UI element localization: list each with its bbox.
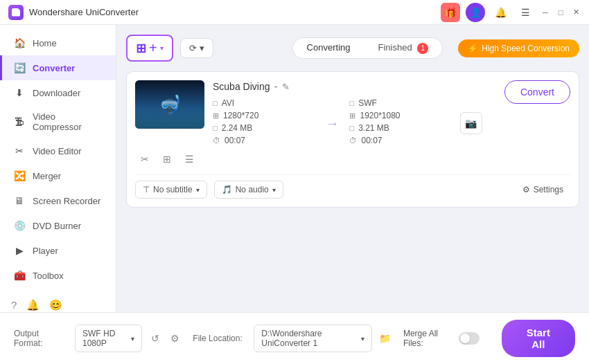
lightning-icon: ⚡ <box>468 44 478 53</box>
main-toolbar: ⊞ + ▾ ⟳ ▾ Converting Finished 1 ⚡ High S… <box>126 35 579 62</box>
merge-label: Merge All Files: <box>403 329 453 348</box>
gift-icon[interactable]: 🎁 <box>441 3 460 22</box>
source-format: □ AVI ⊞ 1280*720 □ 2.24 MB <box>213 98 315 148</box>
audio-chevron: ▾ <box>272 186 276 194</box>
close-button[interactable]: ✕ <box>571 8 581 17</box>
sidebar-item-merger[interactable]: 🔀 Merger <box>0 163 116 188</box>
format-arrow: → <box>315 116 349 131</box>
file-location-label: File Location: <box>193 334 248 343</box>
file-info: Scuba Diving - ✎ □ AVI ⊞ <box>213 80 491 148</box>
sidebar-label-merger: Merger <box>33 171 61 181</box>
duration-icon: ⏱ <box>213 136 220 145</box>
sidebar-item-home[interactable]: 🏠 Home <box>0 30 116 55</box>
menu-icon[interactable]: ☰ <box>516 3 535 22</box>
source-duration-row: ⏱ 00:07 <box>213 136 315 145</box>
sidebar-item-player[interactable]: ▶ Player <box>0 238 116 263</box>
high-speed-btn[interactable]: ⚡ High Speed Conversion <box>458 39 579 57</box>
target-duration: 00:07 <box>361 136 382 145</box>
convert-from-icon: ⟳ <box>189 43 197 53</box>
file-thumbnail: 🤿 <box>135 80 204 129</box>
file-location-value: D:\Wondershare UniConverter 1 <box>261 329 357 348</box>
player-icon: ▶ <box>13 244 26 257</box>
merge-toggle-switch[interactable] <box>459 332 480 345</box>
source-size: 2.24 MB <box>222 123 253 133</box>
toolbox-icon: 🧰 <box>13 269 26 282</box>
size-icon: □ <box>213 124 218 132</box>
sidebar-item-dvd-burner[interactable]: 💿 DVD Burner <box>0 213 116 238</box>
audio-label: No audio <box>236 185 269 194</box>
sidebar-item-converter[interactable]: 🔄 Converter <box>0 55 116 80</box>
arrow-right-icon: → <box>325 116 339 131</box>
notification-icon[interactable]: 🔔 <box>26 299 39 311</box>
edit-name-icon[interactable]: ✎ <box>282 82 290 92</box>
audio-selector[interactable]: 🎵 No audio ▾ <box>214 181 283 199</box>
settings-icon[interactable]: ⚙ <box>168 329 182 347</box>
feedback-icon[interactable]: 😊 <box>49 299 62 311</box>
file-card-top: 🤿 Scuba Diving - ✎ □ <box>135 80 570 148</box>
help-icon[interactable]: ? <box>11 299 17 311</box>
tab-finished[interactable]: Finished 1 <box>364 38 442 58</box>
sidebar-label-downloader: Downloader <box>33 88 80 98</box>
sidebar-label-editor: Video Editor <box>33 146 82 156</box>
sidebar-bottom-icons: ? 🔔 😊 <box>0 288 116 312</box>
user-icon[interactable]: 👤 <box>466 3 485 22</box>
tab-group: Converting Finished 1 <box>292 37 443 59</box>
file-name: Scuba Diving <box>213 81 270 92</box>
bell-icon[interactable]: 🔔 <box>491 3 510 22</box>
output-format-value: SWF HD 1080P <box>82 329 128 348</box>
merge-all-files: Merge All Files: <box>403 329 480 348</box>
source-size-row: □ 2.24 MB <box>213 123 315 133</box>
titlebar: Wondershare UniConverter 🎁 👤 🔔 ☰ ─ □ ✕ <box>0 0 589 25</box>
sidebar-item-toolbox[interactable]: 🧰 Toolbox <box>0 263 116 288</box>
folder-icon[interactable]: 📁 <box>378 329 392 347</box>
cut-icon[interactable]: ✂ <box>135 149 155 169</box>
output-format-label: Output Format: <box>14 329 69 348</box>
maximize-button[interactable]: □ <box>556 8 565 17</box>
tab-converting[interactable]: Converting <box>293 38 364 58</box>
sidebar-item-video-compressor[interactable]: 🗜 Video Compressor <box>0 105 116 138</box>
subtitle-selector[interactable]: ⊤ No subtitle ▾ <box>135 181 207 199</box>
screen-recorder-icon: 🖥 <box>13 194 26 207</box>
main-layout: 🏠 Home 🔄 Converter ⬇ Downloader 🗜 Video … <box>0 25 589 312</box>
app-logo <box>8 5 24 20</box>
refresh-icon[interactable]: ↺ <box>148 329 162 347</box>
convert-button[interactable]: Convert <box>504 80 570 104</box>
window-controls: 🎁 👤 🔔 ☰ ─ □ ✕ <box>441 3 581 22</box>
settings-button[interactable]: ⚙ Settings <box>516 181 570 198</box>
start-all-button[interactable]: Start All <box>502 320 575 357</box>
convert-from-button[interactable]: ⟳ ▾ <box>180 38 213 58</box>
snapshot-icon[interactable]: 📷 <box>460 112 482 134</box>
merger-icon: 🔀 <box>13 170 26 182</box>
target-size-row: □ 3.21 MB <box>349 123 451 133</box>
format-chevron: ▾ <box>131 335 134 343</box>
add-btn-text: + <box>149 40 157 56</box>
settings-gear-icon: ⚙ <box>522 185 530 194</box>
editor-icon: ✂ <box>13 145 26 157</box>
resolution-icon: ⊞ <box>213 111 219 120</box>
sidebar: 🏠 Home 🔄 Converter ⬇ Downloader 🗜 Video … <box>0 25 116 312</box>
list-icon[interactable]: ☰ <box>179 149 199 169</box>
target-format-file-icon: □ <box>349 99 354 107</box>
audio-icon: 🎵 <box>222 185 232 194</box>
add-file-button[interactable]: ⊞ + ▾ <box>126 35 173 62</box>
home-icon: 🏠 <box>13 37 26 49</box>
target-resolution: 1920*1080 <box>360 111 400 120</box>
format-file-icon: □ <box>213 99 218 107</box>
add-btn-chevron: ▾ <box>160 44 164 52</box>
sidebar-label-compressor: Video Compressor <box>33 111 105 132</box>
file-location-field: File Location: D:\Wondershare UniConvert… <box>193 325 392 352</box>
minimize-button[interactable]: ─ <box>540 8 550 17</box>
sidebar-item-video-editor[interactable]: ✂ Video Editor <box>0 138 116 163</box>
output-format-field: Output Format: SWF HD 1080P ▾ ↺ ⚙ <box>14 325 182 352</box>
settings-label: Settings <box>534 185 563 194</box>
file-name-row: Scuba Diving - ✎ <box>213 80 491 93</box>
target-size: 3.21 MB <box>358 123 389 133</box>
layout-icon[interactable]: ⊞ <box>157 149 177 169</box>
file-location-dropdown[interactable]: D:\Wondershare UniConverter 1 ▾ <box>254 325 371 352</box>
sidebar-item-screen-recorder[interactable]: 🖥 Screen Recorder <box>0 188 116 213</box>
source-format-label: AVI <box>222 98 234 108</box>
subtitle-label: No subtitle <box>153 185 193 194</box>
sidebar-item-downloader[interactable]: ⬇ Downloader <box>0 80 116 105</box>
output-format-dropdown[interactable]: SWF HD 1080P ▾ <box>75 325 142 352</box>
target-format-label: SWF <box>358 98 377 108</box>
